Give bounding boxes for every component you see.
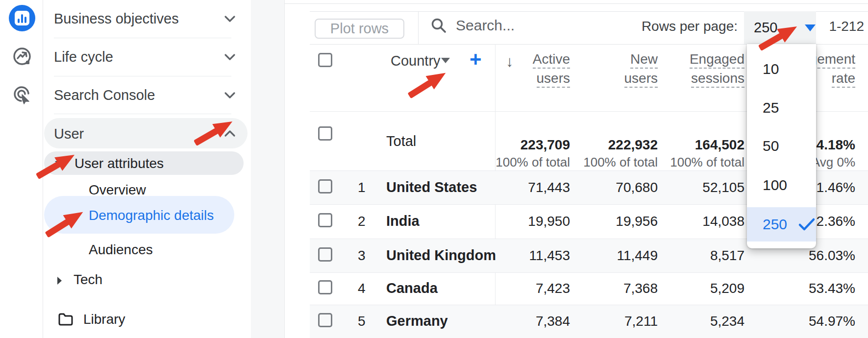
row-checkbox[interactable] <box>318 213 332 227</box>
rows-option-label: 100 <box>763 177 787 193</box>
divider <box>54 38 231 38</box>
select-all-checkbox[interactable] <box>318 53 332 67</box>
explore-icon[interactable] <box>12 47 32 68</box>
country-cell: Canada <box>386 280 438 296</box>
left-nav-rail <box>0 0 43 338</box>
metric-header-line: Active <box>533 52 570 69</box>
chevron-down-icon <box>223 52 236 62</box>
dimension-dropdown-caret-icon[interactable] <box>441 58 450 63</box>
sidebar-item-business-objectives[interactable]: Business objectives <box>43 5 251 32</box>
sidebar-item-label: Audiences <box>89 242 153 258</box>
check-icon <box>798 217 816 231</box>
search-placeholder: Search... <box>456 17 515 34</box>
reports-icon[interactable] <box>9 5 35 31</box>
toolbar-divider <box>418 11 419 44</box>
content-gutter <box>251 0 284 338</box>
chevron-up-icon <box>223 129 236 139</box>
divider <box>54 114 231 114</box>
rows-option-label: 10 <box>763 61 779 77</box>
row-index: 2 <box>358 214 366 229</box>
sidebar-item-tech[interactable]: Tech <box>43 267 251 292</box>
rows-option-25[interactable]: 25 <box>747 91 816 125</box>
sidebar-item-label: Demographic details <box>89 208 214 223</box>
row-checkbox[interactable] <box>318 313 332 327</box>
advertising-icon[interactable] <box>12 85 32 106</box>
add-dimension-button[interactable]: + <box>470 49 482 70</box>
sidebar-item-label: User attributes <box>74 156 164 171</box>
folder-icon <box>58 313 74 326</box>
row-checkbox[interactable] <box>318 179 332 193</box>
chevron-down-icon <box>223 90 236 100</box>
sidebar-item-audiences[interactable]: Audiences <box>43 237 251 263</box>
chevron-down-icon <box>223 14 236 24</box>
plot-rows-label: Plot rows <box>330 21 389 37</box>
plot-rows-button[interactable]: Plot rows <box>315 19 404 39</box>
total-label: Total <box>386 133 416 149</box>
total-row-checkbox[interactable] <box>318 126 332 141</box>
row-index: 5 <box>358 314 366 329</box>
sidebar-item-user-attributes[interactable]: User attributes <box>44 151 244 175</box>
engaged-sessions-cell: 8,517 <box>617 248 744 264</box>
total-engaged-sessions-sub: 100% of total <box>617 155 744 170</box>
country-cell: Germany <box>386 313 448 329</box>
row-checkbox[interactable] <box>318 247 332 262</box>
triangle-down-icon <box>54 160 64 167</box>
metric-header-line: rate <box>832 71 855 88</box>
engaged-sessions-cell: 5,234 <box>617 314 744 329</box>
rows-option-label: 250 <box>763 216 787 233</box>
bar-chart-icon <box>15 11 29 25</box>
engagement-rate-cell: 54.97% <box>728 314 855 329</box>
sort-descending-icon[interactable]: ↓ <box>506 53 514 71</box>
sidebar-item-search-console[interactable]: Search Console <box>43 81 251 109</box>
row-checkbox[interactable] <box>318 280 332 294</box>
metric-header-engaged-sessions[interactable]: Engagedsessions <box>690 52 744 90</box>
search-icon <box>430 17 447 34</box>
sidebar-item-label: Library <box>83 312 125 327</box>
rows-per-page-value: 250 <box>754 20 777 36</box>
rows-option-10[interactable]: 10 <box>747 52 816 86</box>
dropdown-arrow-icon <box>805 24 816 31</box>
rows-option-250[interactable]: 250 <box>747 207 816 241</box>
rows-option-label: 25 <box>763 99 779 116</box>
row-border <box>310 272 868 273</box>
row-index: 4 <box>358 281 366 296</box>
engaged-sessions-cell: 52,105 <box>617 180 744 195</box>
reports-sidebar: Business objectives Life cycle Search Co… <box>43 0 251 338</box>
dimension-header[interactable]: Country <box>391 53 441 69</box>
sidebar-item-demographic-details[interactable]: Demographic details <box>44 196 234 234</box>
rows-per-page-dropdown: 102550100250 <box>747 44 816 248</box>
total-engaged-sessions: 164,502 <box>617 137 744 153</box>
engagement-rate-cell: 53.43% <box>728 281 855 296</box>
search-input[interactable]: Search... <box>430 15 515 36</box>
row-index: 1 <box>358 180 366 195</box>
sidebar-item-label: Tech <box>74 272 102 288</box>
pagination-range: 1-212 <box>829 19 864 34</box>
sidebar-item-library[interactable]: Library <box>43 307 251 332</box>
metric-header-line: Engaged <box>690 52 744 69</box>
sidebar-item-label: Life cycle <box>54 49 113 65</box>
sidebar-item-label: Business objectives <box>54 11 179 27</box>
metric-header-line: users <box>624 71 658 88</box>
rows-option-50[interactable]: 50 <box>747 129 816 163</box>
rows-per-page-label: Rows per page: <box>642 19 738 34</box>
rows-option-label: 50 <box>763 138 779 154</box>
sidebar-item-user[interactable]: User <box>44 118 248 148</box>
divider <box>54 76 231 76</box>
metric-header-line: New <box>630 52 658 69</box>
country-cell: India <box>386 213 420 229</box>
engagement-rate-cell: 56.03% <box>728 248 855 264</box>
rows-option-100[interactable]: 100 <box>747 168 816 202</box>
top-hairline <box>284 3 868 4</box>
engaged-sessions-cell: 5,209 <box>617 281 744 296</box>
sidebar-item-label: User <box>54 126 84 142</box>
triangle-right-icon <box>56 276 63 286</box>
engaged-sessions-cell: 14,038 <box>617 214 744 229</box>
row-index: 3 <box>358 248 366 264</box>
metric-header-new-users[interactable]: Newusers <box>624 52 658 90</box>
metric-header-line: users <box>537 71 570 88</box>
sidebar-item-life-cycle[interactable]: Life cycle <box>43 43 251 71</box>
metric-header-active-users[interactable]: Activeusers <box>533 52 570 90</box>
rows-per-page-select[interactable]: 250 <box>744 11 816 44</box>
sidebar-item-label: Search Console <box>54 87 155 103</box>
card-left-edge <box>284 0 285 338</box>
